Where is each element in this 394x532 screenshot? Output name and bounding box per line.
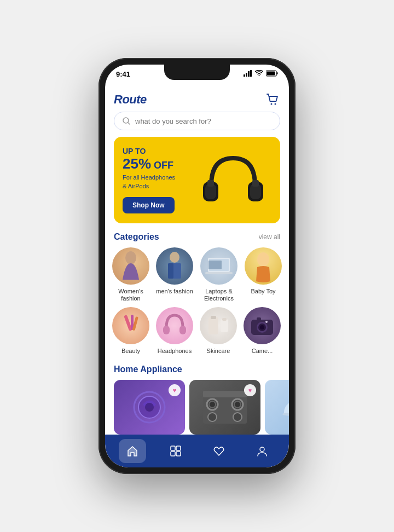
category-image-women xyxy=(112,247,149,285)
men-fashion-img xyxy=(161,250,188,282)
headphones-cat-img xyxy=(160,311,189,340)
svg-point-42 xyxy=(145,403,154,412)
svg-point-7 xyxy=(271,103,273,105)
app-header: Route xyxy=(105,89,289,112)
svg-rect-28 xyxy=(163,326,170,334)
appliance-card-washing[interactable]: ♥ xyxy=(114,380,185,435)
svg-rect-33 xyxy=(222,318,227,321)
svg-rect-30 xyxy=(208,317,218,334)
appliance-card-iron[interactable] xyxy=(265,380,289,435)
banner-sub: For all Headphones& AirPods xyxy=(123,174,195,190)
bottom-navigation xyxy=(105,435,289,467)
category-image-headphones xyxy=(156,307,193,344)
categories-row1[interactable]: Women's fashion men's fashion xyxy=(105,247,289,302)
category-label-baby: Baby Toy xyxy=(251,288,275,295)
category-item-laptop[interactable]: Laptops & Electronics xyxy=(199,247,239,302)
view-all-categories[interactable]: view all xyxy=(259,233,280,241)
nav-profile[interactable] xyxy=(248,439,276,463)
wishlist-badge-washing[interactable]: ♥ xyxy=(169,384,181,396)
categories-header: Categories view all xyxy=(105,232,289,247)
home-icon xyxy=(126,445,138,457)
notch xyxy=(164,65,230,80)
category-image-laptop xyxy=(200,247,237,285)
washing-machine-illustration xyxy=(128,385,171,429)
app-logo: Route xyxy=(114,92,147,107)
category-image-baby xyxy=(245,247,282,285)
home-appliance-title: Home Appliance xyxy=(105,365,289,380)
beauty-img xyxy=(115,312,146,339)
svg-point-39 xyxy=(265,321,268,323)
screen-content[interactable]: Route UP TO 25 xyxy=(105,89,289,435)
category-item-baby[interactable]: Baby Toy xyxy=(244,247,282,302)
banner-percent: 25% xyxy=(123,156,151,172)
svg-rect-0 xyxy=(244,74,245,77)
wishlist-icon xyxy=(213,445,225,457)
iron-img xyxy=(265,380,289,435)
svg-rect-55 xyxy=(171,446,175,450)
svg-point-17 xyxy=(170,252,179,263)
svg-rect-3 xyxy=(250,70,252,77)
nav-wishlist[interactable] xyxy=(205,439,233,463)
category-label-women: Women's fashion xyxy=(112,288,150,302)
svg-rect-15 xyxy=(252,180,259,187)
svg-point-45 xyxy=(209,401,216,408)
svg-rect-19 xyxy=(168,263,173,279)
headphones-illustration xyxy=(198,150,269,210)
status-icons xyxy=(244,70,278,77)
banner-off: OFF xyxy=(154,160,173,171)
svg-rect-5 xyxy=(277,72,278,74)
search-bar[interactable] xyxy=(114,112,280,130)
category-item-headphones[interactable]: Headphones xyxy=(155,307,194,355)
phone-frame: 9:41 xyxy=(99,58,296,474)
svg-point-49 xyxy=(233,413,242,421)
svg-rect-56 xyxy=(176,446,181,450)
svg-rect-2 xyxy=(248,71,250,77)
banner-text: UP TO 25% OFF For all Headphones& AirPod… xyxy=(123,147,195,213)
category-item-skincare[interactable]: Skincare xyxy=(199,307,237,355)
category-label-beauty: Beauty xyxy=(121,348,140,355)
svg-rect-38 xyxy=(257,317,261,321)
wifi-icon xyxy=(255,70,263,77)
svg-point-37 xyxy=(260,325,264,329)
wishlist-badge-stove[interactable]: ♥ xyxy=(244,384,256,396)
categories-row2[interactable]: Beauty Headphones xyxy=(105,307,289,355)
category-image-camera xyxy=(244,307,281,344)
category-label-camera: Came... xyxy=(252,348,273,355)
category-image-men xyxy=(156,247,193,285)
women-fashion-img xyxy=(117,250,144,282)
category-label-men: men's fashion xyxy=(156,288,193,295)
category-item-men[interactable]: men's fashion xyxy=(155,247,194,302)
search-input[interactable] xyxy=(135,117,272,125)
category-label-skincare: Skincare xyxy=(207,348,230,355)
svg-rect-32 xyxy=(221,319,228,332)
nav-categories[interactable] xyxy=(162,439,189,463)
categories-title: Categories xyxy=(114,232,159,242)
svg-point-16 xyxy=(125,251,136,264)
battery-icon xyxy=(266,70,278,77)
cart-icon[interactable] xyxy=(265,92,280,107)
category-item-women[interactable]: Women's fashion xyxy=(112,247,150,302)
appliance-row[interactable]: ♥ xyxy=(105,380,289,435)
phone-screen: 9:41 xyxy=(105,65,289,467)
profile-icon xyxy=(256,445,268,457)
baby-toy-img xyxy=(250,250,277,282)
banner-line1: UP TO xyxy=(123,147,195,156)
shop-now-button[interactable]: Shop Now xyxy=(123,197,175,213)
category-item-camera[interactable]: Came... xyxy=(243,307,281,355)
nav-home[interactable] xyxy=(119,439,146,463)
promo-banner: UP TO 25% OFF For all Headphones& AirPod… xyxy=(114,137,280,223)
svg-rect-6 xyxy=(267,72,275,76)
banner-product-image xyxy=(195,147,271,213)
categories-icon xyxy=(170,445,182,457)
appliance-card-stove[interactable]: ♥ xyxy=(189,380,260,435)
laptop-img xyxy=(204,255,234,277)
category-item-beauty[interactable]: Beauty xyxy=(112,307,150,355)
svg-rect-22 xyxy=(205,272,233,274)
svg-point-59 xyxy=(260,447,264,452)
search-icon xyxy=(122,117,131,125)
status-time: 9:41 xyxy=(116,70,130,78)
svg-rect-23 xyxy=(208,261,222,269)
svg-rect-31 xyxy=(211,316,216,319)
svg-point-48 xyxy=(208,413,217,421)
home-appliance-section: Home Appliance ♥ xyxy=(105,359,289,435)
